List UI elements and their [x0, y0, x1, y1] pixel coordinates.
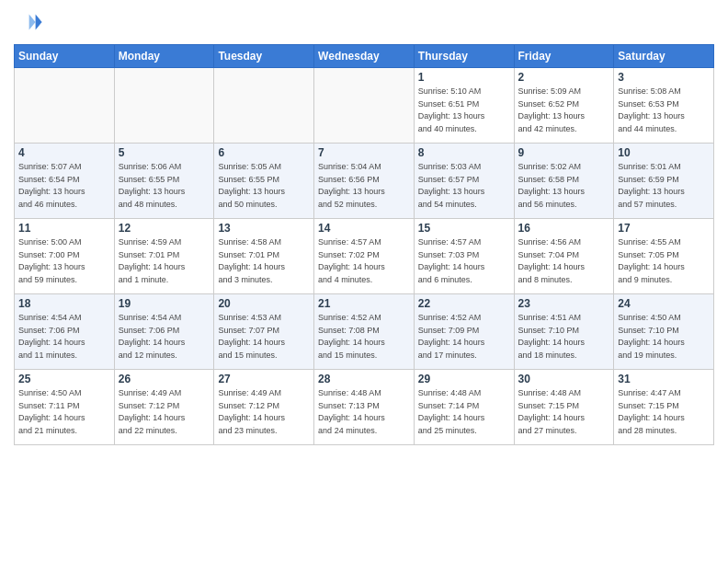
calendar-cell: 28Sunrise: 4:48 AM Sunset: 7:13 PM Dayli… — [314, 370, 415, 445]
day-detail: Sunrise: 4:48 AM Sunset: 7:14 PM Dayligh… — [418, 387, 510, 437]
day-detail: Sunrise: 4:59 AM Sunset: 7:01 PM Dayligh… — [119, 236, 210, 286]
day-number: 10 — [618, 146, 710, 159]
calendar-cell: 18Sunrise: 4:54 AM Sunset: 7:06 PM Dayli… — [15, 294, 115, 370]
calendar-cell: 19Sunrise: 4:54 AM Sunset: 7:06 PM Dayli… — [114, 294, 214, 370]
calendar-cell — [114, 68, 214, 144]
day-detail: Sunrise: 4:50 AM Sunset: 7:10 PM Dayligh… — [618, 312, 710, 362]
calendar-cell — [15, 68, 115, 144]
calendar-cell: 6Sunrise: 5:05 AM Sunset: 6:55 PM Daylig… — [214, 144, 314, 219]
calendar-cell: 12Sunrise: 4:59 AM Sunset: 7:01 PM Dayli… — [114, 219, 214, 294]
day-detail: Sunrise: 5:02 AM Sunset: 6:58 PM Dayligh… — [518, 161, 610, 211]
calendar-week-row: 11Sunrise: 5:00 AM Sunset: 7:00 PM Dayli… — [15, 219, 714, 294]
calendar-cell: 24Sunrise: 4:50 AM Sunset: 7:10 PM Dayli… — [614, 294, 714, 370]
calendar-cell: 13Sunrise: 4:58 AM Sunset: 7:01 PM Dayli… — [214, 219, 314, 294]
calendar-week-row: 4Sunrise: 5:07 AM Sunset: 6:54 PM Daylig… — [15, 144, 714, 219]
day-detail: Sunrise: 4:58 AM Sunset: 7:01 PM Dayligh… — [218, 236, 310, 286]
day-number: 6 — [218, 146, 310, 159]
day-detail: Sunrise: 4:57 AM Sunset: 7:02 PM Dayligh… — [318, 236, 410, 286]
day-detail: Sunrise: 5:05 AM Sunset: 6:55 PM Dayligh… — [218, 161, 310, 211]
calendar-week-row: 25Sunrise: 4:50 AM Sunset: 7:11 PM Dayli… — [15, 370, 714, 445]
svg-marker-0 — [36, 15, 42, 30]
day-number: 27 — [218, 373, 310, 385]
day-detail: Sunrise: 4:48 AM Sunset: 7:15 PM Dayligh… — [518, 387, 610, 437]
weekday-header: Monday — [114, 45, 214, 68]
day-number: 4 — [18, 146, 110, 159]
day-number: 13 — [218, 222, 310, 235]
day-number: 9 — [518, 146, 610, 159]
calendar-cell: 8Sunrise: 5:03 AM Sunset: 6:57 PM Daylig… — [414, 144, 514, 219]
day-detail: Sunrise: 4:49 AM Sunset: 7:12 PM Dayligh… — [119, 387, 210, 437]
calendar-cell: 26Sunrise: 4:49 AM Sunset: 7:12 PM Dayli… — [114, 370, 214, 445]
calendar-cell: 2Sunrise: 5:09 AM Sunset: 6:52 PM Daylig… — [514, 68, 614, 144]
day-number: 19 — [119, 297, 210, 310]
calendar-cell: 31Sunrise: 4:47 AM Sunset: 7:15 PM Dayli… — [614, 370, 714, 445]
calendar-cell: 7Sunrise: 5:04 AM Sunset: 6:56 PM Daylig… — [314, 144, 415, 219]
day-detail: Sunrise: 4:51 AM Sunset: 7:10 PM Dayligh… — [518, 312, 610, 362]
weekday-header: Friday — [514, 45, 614, 68]
day-number: 26 — [119, 373, 210, 385]
day-detail: Sunrise: 5:10 AM Sunset: 6:51 PM Dayligh… — [418, 86, 510, 135]
day-number: 14 — [318, 222, 410, 235]
day-number: 15 — [418, 222, 510, 235]
day-detail: Sunrise: 4:52 AM Sunset: 7:08 PM Dayligh… — [318, 312, 410, 362]
calendar-cell: 4Sunrise: 5:07 AM Sunset: 6:54 PM Daylig… — [15, 144, 115, 219]
logo-icon — [17, 9, 43, 35]
day-detail: Sunrise: 4:57 AM Sunset: 7:03 PM Dayligh… — [418, 236, 510, 286]
day-detail: Sunrise: 4:50 AM Sunset: 7:11 PM Dayligh… — [18, 387, 110, 437]
calendar-cell: 3Sunrise: 5:08 AM Sunset: 6:53 PM Daylig… — [614, 68, 714, 144]
day-detail: Sunrise: 4:54 AM Sunset: 7:06 PM Dayligh… — [119, 312, 210, 362]
day-detail: Sunrise: 4:54 AM Sunset: 7:06 PM Dayligh… — [18, 312, 110, 362]
day-number: 31 — [618, 373, 710, 385]
calendar-cell: 29Sunrise: 4:48 AM Sunset: 7:14 PM Dayli… — [414, 370, 514, 445]
calendar-cell: 22Sunrise: 4:52 AM Sunset: 7:09 PM Dayli… — [414, 294, 514, 370]
calendar-cell: 11Sunrise: 5:00 AM Sunset: 7:00 PM Dayli… — [15, 219, 115, 294]
day-number: 16 — [518, 222, 610, 235]
calendar-cell: 23Sunrise: 4:51 AM Sunset: 7:10 PM Dayli… — [514, 294, 614, 370]
calendar-cell: 1Sunrise: 5:10 AM Sunset: 6:51 PM Daylig… — [414, 68, 514, 144]
day-detail: Sunrise: 5:03 AM Sunset: 6:57 PM Dayligh… — [418, 161, 510, 211]
calendar-cell — [314, 68, 415, 144]
day-number: 28 — [318, 373, 410, 385]
day-number: 7 — [318, 146, 410, 159]
calendar-cell: 9Sunrise: 5:02 AM Sunset: 6:58 PM Daylig… — [514, 144, 614, 219]
day-detail: Sunrise: 5:04 AM Sunset: 6:56 PM Dayligh… — [318, 161, 410, 211]
day-number: 20 — [218, 297, 310, 310]
header-row: SundayMondayTuesdayWednesdayThursdayFrid… — [15, 45, 714, 68]
day-detail: Sunrise: 5:08 AM Sunset: 6:53 PM Dayligh… — [618, 86, 710, 135]
day-detail: Sunrise: 5:06 AM Sunset: 6:55 PM Dayligh… — [119, 161, 210, 211]
day-detail: Sunrise: 4:47 AM Sunset: 7:15 PM Dayligh… — [618, 387, 710, 437]
day-detail: Sunrise: 4:53 AM Sunset: 7:07 PM Dayligh… — [218, 312, 310, 362]
day-number: 11 — [18, 222, 110, 235]
day-number: 1 — [418, 71, 510, 84]
calendar-cell: 15Sunrise: 4:57 AM Sunset: 7:03 PM Dayli… — [414, 219, 514, 294]
calendar-cell: 14Sunrise: 4:57 AM Sunset: 7:02 PM Dayli… — [314, 219, 415, 294]
calendar-cell: 16Sunrise: 4:56 AM Sunset: 7:04 PM Dayli… — [514, 219, 614, 294]
day-number: 2 — [518, 71, 610, 84]
day-number: 22 — [418, 297, 510, 310]
calendar-cell — [214, 68, 314, 144]
day-number: 23 — [518, 297, 610, 310]
logo — [14, 9, 43, 39]
weekday-header: Thursday — [414, 45, 514, 68]
day-number: 18 — [18, 297, 110, 310]
calendar-cell: 17Sunrise: 4:55 AM Sunset: 7:05 PM Dayli… — [614, 219, 714, 294]
day-detail: Sunrise: 4:48 AM Sunset: 7:13 PM Dayligh… — [318, 387, 410, 437]
calendar-cell: 21Sunrise: 4:52 AM Sunset: 7:08 PM Dayli… — [314, 294, 415, 370]
calendar-table: SundayMondayTuesdayWednesdayThursdayFrid… — [14, 44, 714, 445]
weekday-header: Sunday — [15, 45, 115, 68]
calendar-cell: 5Sunrise: 5:06 AM Sunset: 6:55 PM Daylig… — [114, 144, 214, 219]
day-detail: Sunrise: 4:52 AM Sunset: 7:09 PM Dayligh… — [418, 312, 510, 362]
header — [14, 9, 714, 39]
weekday-header: Wednesday — [314, 45, 415, 68]
day-number: 25 — [18, 373, 110, 385]
calendar-cell: 27Sunrise: 4:49 AM Sunset: 7:12 PM Dayli… — [214, 370, 314, 445]
day-number: 3 — [618, 71, 710, 84]
day-detail: Sunrise: 4:56 AM Sunset: 7:04 PM Dayligh… — [518, 236, 610, 286]
day-detail: Sunrise: 5:00 AM Sunset: 7:00 PM Dayligh… — [18, 236, 110, 286]
day-detail: Sunrise: 4:49 AM Sunset: 7:12 PM Dayligh… — [218, 387, 310, 437]
page: SundayMondayTuesdayWednesdayThursdayFrid… — [0, 0, 728, 563]
day-number: 30 — [518, 373, 610, 385]
calendar-week-row: 18Sunrise: 4:54 AM Sunset: 7:06 PM Dayli… — [15, 294, 714, 370]
weekday-header: Saturday — [614, 45, 714, 68]
day-number: 17 — [618, 222, 710, 235]
